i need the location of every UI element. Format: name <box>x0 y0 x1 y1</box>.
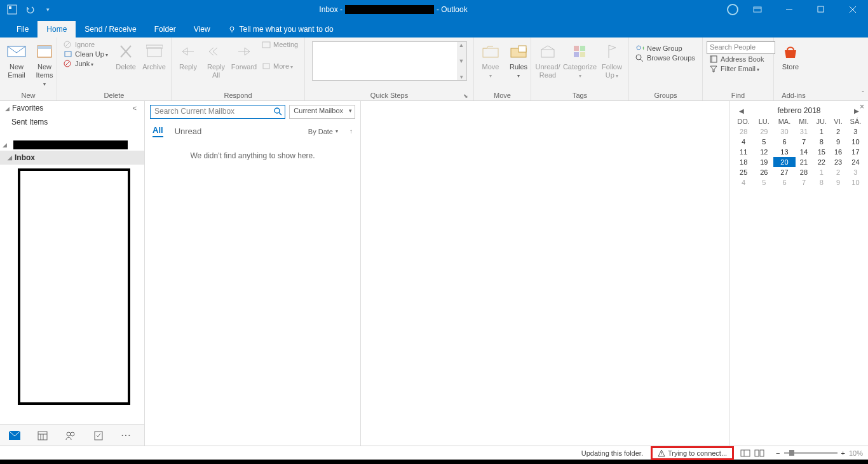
new-group-button[interactable]: +New Group <box>633 44 698 53</box>
cortana-icon[interactable] <box>727 4 738 15</box>
new-email-button[interactable]: New Email <box>4 40 29 81</box>
search-icon[interactable] <box>273 107 282 116</box>
reading-view-icon[interactable] <box>754 449 764 457</box>
archive-button[interactable]: Archive <box>141 40 167 72</box>
sort-direction-icon[interactable]: ↑ <box>349 128 353 135</box>
reply-button[interactable]: Reply <box>175 40 201 72</box>
filter-unread[interactable]: Unread <box>175 126 202 136</box>
undo-icon[interactable] <box>23 3 37 17</box>
calendar-day[interactable]: 1 <box>812 126 831 137</box>
calendar-day[interactable]: 15 <box>812 147 831 157</box>
calendar-day[interactable]: 1 <box>812 167 831 177</box>
categorize-button[interactable]: Categorize <box>563 40 597 81</box>
reply-all-button[interactable]: Reply All <box>203 40 229 81</box>
more-respond-button[interactable]: More <box>259 62 301 71</box>
calendar-day[interactable]: 18 <box>733 157 754 167</box>
calendar-day[interactable]: 19 <box>754 157 773 167</box>
calendar-day[interactable]: 9 <box>831 177 846 188</box>
search-scope-dropdown[interactable]: Current Mailbox <box>289 105 355 119</box>
calendar-day[interactable]: 10 <box>846 137 865 147</box>
close-peek-icon[interactable]: × <box>860 102 864 111</box>
calendar-day[interactable]: 28 <box>733 126 754 137</box>
filter-email-button[interactable]: Filter Email <box>707 64 775 73</box>
calendar-day[interactable]: 23 <box>831 157 846 167</box>
minimize-button[interactable] <box>776 0 802 18</box>
calendar-day[interactable]: 2 <box>831 167 846 177</box>
clean-up-button[interactable]: Clean Up <box>61 50 111 58</box>
calendar-day[interactable]: 17 <box>846 147 865 157</box>
mail-nav-icon[interactable] <box>9 430 20 441</box>
calendar-day[interactable]: 5 <box>754 137 773 147</box>
calendar-day[interactable]: 8 <box>812 137 831 147</box>
favorites-sent-items[interactable]: Sent Items <box>0 115 144 129</box>
delete-button[interactable]: Delete <box>113 40 139 72</box>
tab-folder[interactable]: Folder <box>146 21 185 38</box>
calendar-day[interactable]: 4 <box>733 137 754 147</box>
scroll-down-icon[interactable]: ▼ <box>459 58 465 64</box>
calendar-day[interactable]: 3 <box>846 126 865 137</box>
qat-customize-icon[interactable]: ▾ <box>41 3 55 17</box>
next-month-icon[interactable]: ▶ <box>854 107 859 114</box>
store-button[interactable]: Store <box>778 40 803 72</box>
favorites-caret-icon[interactable]: ◢ <box>5 106 10 112</box>
account-header[interactable]: ◢ <box>0 139 144 151</box>
calendar-day[interactable]: 26 <box>754 167 773 177</box>
search-people-input[interactable]: Search People <box>707 41 775 54</box>
ignore-button[interactable]: Ignore <box>61 40 111 49</box>
close-button[interactable] <box>840 0 865 18</box>
meeting-button[interactable]: Meeting <box>259 40 301 49</box>
zoom-in-icon[interactable]: + <box>841 449 845 457</box>
calendar-nav-icon[interactable] <box>37 430 48 441</box>
calendar-day[interactable]: 29 <box>754 126 773 137</box>
calendar-day[interactable]: 21 <box>796 157 813 167</box>
rules-button[interactable]: Rules <box>506 40 531 81</box>
maximize-button[interactable] <box>808 0 834 18</box>
tell-me-search[interactable]: Tell me what you want to do <box>219 21 342 38</box>
calendar-day[interactable]: 9 <box>831 137 846 147</box>
calendar-day[interactable]: 7 <box>796 177 813 188</box>
calendar-day[interactable]: 5 <box>754 177 773 188</box>
calendar-day[interactable]: 27 <box>773 167 795 177</box>
calendar-day[interactable]: 30 <box>773 126 795 137</box>
follow-up-button[interactable]: Follow Up <box>599 40 625 81</box>
collapse-folder-pane-icon[interactable]: < <box>133 104 139 112</box>
calendar-day[interactable]: 22 <box>812 157 831 167</box>
calendar-day[interactable]: 28 <box>796 167 813 177</box>
browse-groups-button[interactable]: Browse Groups <box>633 53 698 62</box>
calendar-day[interactable]: 4 <box>733 177 754 188</box>
calendar-day[interactable]: 3 <box>846 167 865 177</box>
expand-gallery-icon[interactable]: ▾ <box>460 74 463 80</box>
tasks-nav-icon[interactable] <box>93 430 104 441</box>
filter-all[interactable]: All <box>153 125 163 137</box>
people-nav-icon[interactable] <box>65 430 76 441</box>
scroll-up-icon[interactable]: ▲ <box>459 42 465 48</box>
ribbon-display-options-icon[interactable] <box>745 0 770 18</box>
address-book-button[interactable]: Address Book <box>707 55 775 64</box>
calendar-day[interactable]: 11 <box>733 147 754 157</box>
calendar-day[interactable]: 13 <box>773 147 795 157</box>
calendar-day[interactable]: 10 <box>846 177 865 188</box>
calendar-day[interactable]: 16 <box>831 147 846 157</box>
calendar-day[interactable]: 6 <box>773 137 795 147</box>
calendar-day[interactable]: 12 <box>754 147 773 157</box>
new-items-button[interactable]: New Items <box>32 40 57 90</box>
junk-button[interactable]: Junk <box>61 59 111 68</box>
more-nav-icon[interactable]: ··· <box>121 430 132 441</box>
calendar-day[interactable]: 20 <box>773 157 795 167</box>
quick-steps-launcher-icon[interactable]: ⬊ <box>463 93 468 99</box>
tab-file[interactable]: File <box>8 21 37 38</box>
calendar-day[interactable]: 2 <box>831 126 846 137</box>
sort-by-dropdown[interactable]: By Date▾ <box>308 128 338 135</box>
tab-view[interactable]: View <box>185 21 219 38</box>
prev-month-icon[interactable]: ◀ <box>739 107 744 114</box>
normal-view-icon[interactable] <box>740 449 750 457</box>
collapse-ribbon-icon[interactable]: ˆ <box>862 90 864 98</box>
calendar-day[interactable]: 6 <box>773 177 795 188</box>
quick-steps-gallery[interactable]: ▲ ▼ ▾ <box>312 41 467 81</box>
app-icon[interactable] <box>5 3 19 17</box>
inbox-folder[interactable]: ◢Inbox <box>0 151 144 165</box>
move-button[interactable]: Move <box>478 40 503 81</box>
search-mailbox-input[interactable]: Search Current Mailbox <box>150 105 285 119</box>
calendar-day[interactable]: 24 <box>846 157 865 167</box>
favorites-header[interactable]: Favorites <box>12 104 43 113</box>
